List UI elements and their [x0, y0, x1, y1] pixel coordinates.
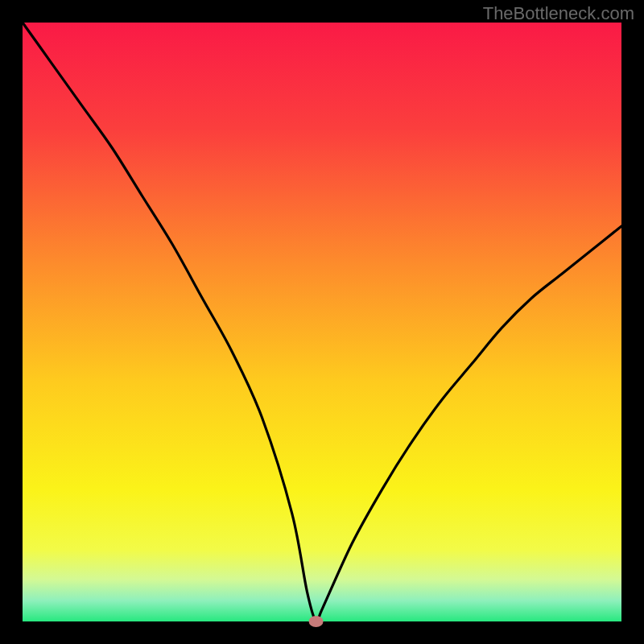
bottleneck-chart: [0, 0, 644, 644]
optimum-marker: [309, 616, 324, 627]
chart-container: TheBottleneck.com: [0, 0, 644, 644]
watermark-text: TheBottleneck.com: [483, 3, 634, 24]
chart-background: [23, 23, 621, 621]
